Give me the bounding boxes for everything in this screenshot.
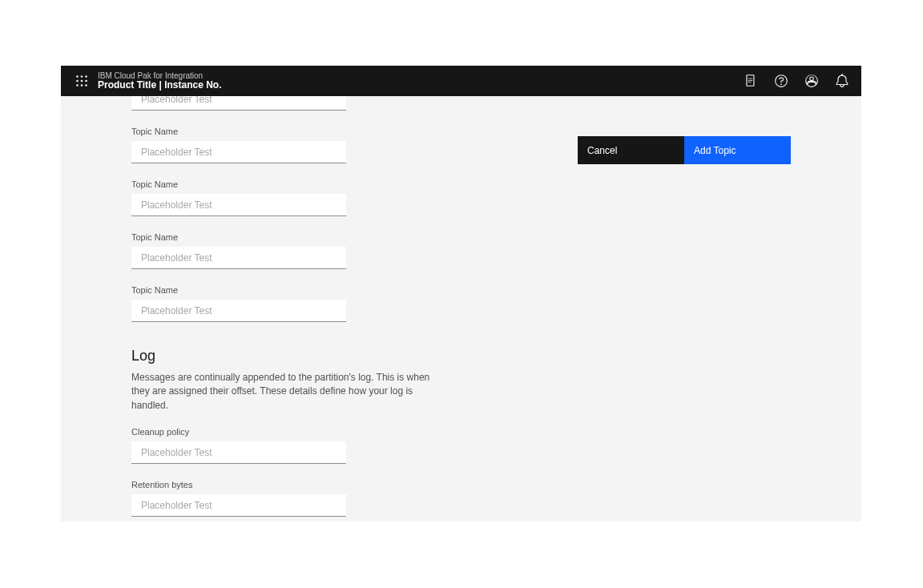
topic-name-label: Topic Name [131, 232, 468, 242]
svg-point-8 [85, 84, 87, 87]
svg-point-4 [81, 80, 83, 83]
help-icon[interactable] [772, 71, 791, 91]
svg-point-7 [81, 84, 83, 87]
field-group-topic-name-2: Topic Name [131, 179, 468, 216]
cleanup-policy-input[interactable] [131, 441, 346, 464]
field-group-cleanup-policy: Cleanup policy [131, 427, 468, 464]
retention-bytes-label: Retention bytes [131, 480, 468, 489]
field-group-retention-bytes: Retention bytes [131, 480, 468, 517]
topic-name-input-0[interactable] [131, 96, 346, 111]
topic-name-input-3[interactable] [131, 247, 346, 269]
log-section-description: Messages are continually appended to the… [131, 371, 444, 413]
action-bar: Cancel Add Topic [578, 136, 791, 164]
topic-name-input-1[interactable] [131, 141, 346, 163]
field-group-topic-name-4: Topic Name [131, 285, 468, 322]
topic-name-input-4[interactable] [131, 300, 346, 322]
add-topic-button[interactable]: Add Topic [684, 136, 791, 164]
svg-point-6 [76, 84, 79, 87]
topic-name-input-2[interactable] [131, 194, 346, 216]
field-group-topic-name-3: Topic Name [131, 232, 468, 269]
topic-name-label: Topic Name [131, 179, 468, 189]
svg-point-9 [780, 83, 782, 85]
header-title-block: IBM Cloud Pak for Integration Product Ti… [98, 71, 222, 91]
svg-point-1 [81, 75, 83, 78]
field-group-topic-name-0 [131, 96, 468, 111]
app-switcher-icon[interactable] [74, 73, 90, 89]
svg-point-0 [76, 75, 79, 78]
cancel-button[interactable]: Cancel [578, 136, 684, 164]
log-section-heading: Log [131, 348, 468, 364]
topic-name-label: Topic Name [131, 127, 468, 136]
svg-point-2 [85, 75, 87, 78]
retention-bytes-input[interactable] [131, 494, 346, 517]
document-icon[interactable] [741, 71, 760, 91]
svg-point-5 [85, 80, 87, 83]
app-header: IBM Cloud Pak for Integration Product Ti… [61, 66, 861, 96]
topic-name-label: Topic Name [131, 285, 468, 295]
user-icon[interactable] [802, 71, 821, 91]
header-title: Product Title | Instance No. [98, 80, 222, 91]
field-group-topic-name-1: Topic Name [131, 127, 468, 163]
cleanup-policy-label: Cleanup policy [131, 427, 468, 437]
notification-icon[interactable] [832, 71, 852, 91]
svg-point-3 [76, 80, 79, 83]
